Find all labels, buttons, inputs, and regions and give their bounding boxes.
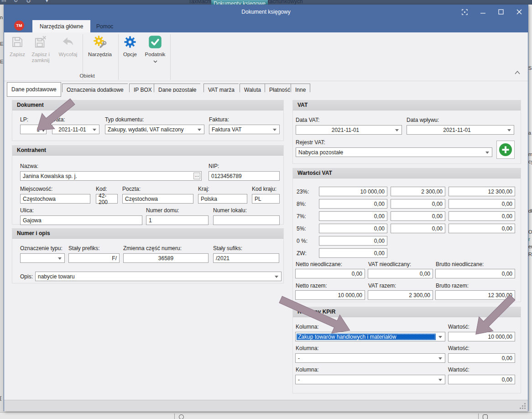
vat-zw-netto-input[interactable]: 0,00 [319,248,387,258]
kolumna-label: Kolumna: [296,345,319,351]
data-wplywu-combobox[interactable]: 2021-11-01 [407,125,514,135]
kpir-kolumna-3-combobox[interactable]: - [295,375,445,384]
section-header: Kolumny KPiR [293,307,521,317]
options-button[interactable]: Opcje [120,35,141,58]
tab-content: Dokument LP: 1 Data: 2021-11-01 Typ d [4,92,528,400]
vat-rate-label: 5%: [297,225,306,232]
staly-prefiks-input[interactable]: F/ [68,253,120,263]
vat-razem-label: VAT razem: [368,283,396,289]
vat-nieodliczany-label: VAT nieodliczany: [368,261,411,267]
numer-domu-field: Numer domu: 1 [146,207,209,225]
add-vat-register-button[interactable] [496,141,515,159]
vat-5-vat-input[interactable]: 0,00 [391,224,445,233]
save-button[interactable]: Zapisz [5,35,30,58]
nip-input[interactable]: 0123456789 [209,171,280,181]
vat-nieodliczany-input[interactable]: 0,00 [368,269,433,278]
section-vat: VAT Data VAT: 2021-11-01 Data wpływu: 20… [292,100,521,164]
undo-button[interactable]: Wycofaj [55,35,81,58]
nazwa-input[interactable]: Janina Kowalska sp. j. … [20,171,202,181]
miejscowosc-input[interactable]: Częstochowa [20,194,90,204]
poczta-input[interactable]: Częstochowa [122,194,193,204]
kpir-wartosc-2-input[interactable]: 0,00 [448,353,515,363]
numer-domu-input[interactable]: 1 [146,215,209,225]
section-kontrahent: Kontrahent Nazwa: Janina Kowalska sp. j.… [12,145,284,225]
background-active-tab[interactable]: Dokumenty księgowe [211,0,268,5]
section-dokument: Dokument LP: 1 Data: 2021-11-01 Typ d [12,100,284,141]
vat-5-brutto-input[interactable]: 0,00 [449,224,515,233]
opis-combobox[interactable]: nabycie towaru [35,272,282,281]
vat-23-vat-input[interactable]: 2 300,00 [391,187,445,196]
tools-button[interactable]: Narzędzia [86,35,114,58]
vat-23-brutto-input[interactable]: 12 300,00 [449,187,515,196]
vat-23-netto-input[interactable]: 10 000,00 [319,187,387,196]
nazwa-field: Nazwa: Janina Kowalska sp. j. … [20,163,202,181]
save-and-close-button[interactable]: Zapisz i zamknij [27,35,54,63]
gear-wrench-icon [93,35,107,50]
browse-button[interactable]: … [193,173,200,179]
chevron-up-icon[interactable] [514,70,521,75]
netto-razem-input[interactable]: 10 000,00 [295,290,365,300]
background-app-titlebar: ▭ ↻ ⛭ ▾ TaxMachine 3 - Wersja dla Biur R… [0,0,532,5]
kod-field: Kod: 42-200 [96,186,118,204]
data-vat-combobox[interactable]: 2021-11-01 [296,125,402,135]
ribbon-tab-row: TM Narzędzia główne Pomoc [4,19,528,32]
rejestr-vat-combobox[interactable]: Nabycia pozostałe [296,147,492,157]
section-header: Kontrahent [12,146,283,156]
lp-spinner[interactable] [42,126,45,132]
minimize-button[interactable] [478,7,488,17]
ulica-input[interactable]: Gajowa [20,215,142,225]
lp-input[interactable]: 1 [20,125,47,134]
wartosc-label: Wartość: [448,345,469,351]
kpir-kolumna-2-combobox[interactable]: - [295,353,445,363]
fullscreen-icon[interactable] [459,7,469,17]
oznaczenie-typu-combobox[interactable] [20,253,65,263]
data-combobox[interactable]: 2021-11-01 [52,125,99,134]
vat-razem-input[interactable]: 2 300,00 [368,290,433,300]
vat-0-netto-input[interactable]: 0,00 [319,236,387,246]
netto-nieodliczane-input[interactable]: 0,00 [295,269,365,278]
ribbon-tab-pomoc[interactable]: Pomoc [89,20,120,32]
bg-fragment: E [0,41,3,47]
numer-lokalu-input[interactable] [213,215,280,225]
vat-5-netto-input[interactable]: 0,00 [319,224,387,233]
app-logo[interactable]: TM [14,21,24,31]
maximize-button[interactable] [496,7,506,17]
vat-8-vat-input[interactable]: 0,00 [391,199,445,209]
data-wplywu-field: Data wpływu: 2021-11-01 [407,117,514,135]
close-button[interactable] [514,7,524,17]
zmienna-czesc-input[interactable]: 36589 [123,253,209,263]
kod-kraju-field: Kod kraju: PL [252,186,280,204]
kpir-kolumna-1-combobox[interactable]: Zakup towarów handlowych i materiałów [295,332,445,341]
chevron-down-icon [153,58,157,64]
vat-7-brutto-input[interactable]: 0,00 [449,211,515,221]
chevron-down-icon [275,276,278,278]
taxpayer-button[interactable]: Podatnik [141,35,169,64]
plus-icon [498,142,513,157]
bg-fragment: cy [528,159,532,164]
kod-input[interactable]: 42-200 [96,194,118,204]
kolumna-label: Kolumna: [296,324,319,330]
kpir-wartosc-3-input[interactable]: 0,00 [448,375,515,384]
bg-fragment: O [528,229,532,235]
kraj-input[interactable]: Polska [198,194,247,204]
ribbon-group-obiekt: Obiekt [4,73,170,81]
vat-8-netto-input[interactable]: 0,00 [319,199,387,209]
vat-7-netto-input[interactable]: 0,00 [319,211,387,221]
staly-sufiks-input[interactable]: /2021 [213,253,279,263]
section-kolumny-kpir: Kolumny KPiR Kolumna: Wartość: Zakup tow… [292,307,521,393]
tab-dane-podstawowe[interactable]: Dane podstawowe [7,82,61,97]
faktura-combobox[interactable]: Faktura VAT [209,125,280,134]
kod-kraju-input[interactable]: PL [252,194,280,204]
bg-fragment: r [528,236,530,242]
typ-dokumentu-combobox[interactable]: Zakupy, wydatki, VAT naliczony [105,125,204,134]
kpir-wartosc-1-input[interactable]: 10 000,00 [448,332,515,341]
vat-8-brutto-input[interactable]: 0,00 [449,199,515,209]
brutto-razem-input[interactable]: 12 300,00 [435,290,515,300]
resize-grip[interactable] [520,403,526,409]
vat-rate-label: 23%: [297,189,309,195]
dialog-titlebar[interactable]: Dokument księgowy [4,5,528,19]
vat-7-vat-input[interactable]: 0,00 [391,211,445,221]
brutto-nieodliczane-input[interactable]: 0,00 [435,269,515,278]
ribbon-tab-narzedzia-glowne[interactable]: Narzędzia główne [32,20,90,32]
chevron-down-icon [93,129,96,131]
